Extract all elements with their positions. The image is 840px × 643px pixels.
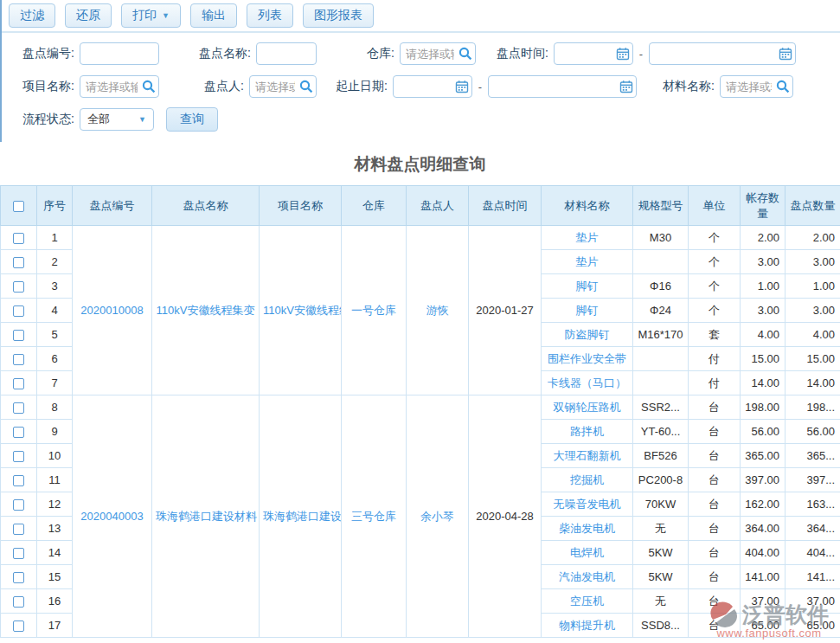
row-checkbox[interactable]: [13, 475, 24, 486]
calendar-icon[interactable]: [455, 80, 469, 93]
inventory-code-input[interactable]: [80, 42, 159, 65]
row-checkbox-cell: [1, 274, 37, 299]
column-header-stock-qty: 帐存数量: [741, 186, 785, 226]
search-icon[interactable]: [458, 47, 472, 61]
process-status-select[interactable]: 全部 ▼: [80, 108, 154, 131]
person-link[interactable]: 游恢: [407, 226, 469, 395]
material-link[interactable]: 空压机: [542, 589, 633, 614]
row-checkbox[interactable]: [13, 378, 24, 389]
material-link[interactable]: 柴油发电机: [542, 517, 633, 541]
project-picker: [80, 75, 159, 98]
stock-qty-value: 404.00: [741, 541, 785, 565]
filter-row-3: 流程状态: 全部 ▼ 查询: [2, 107, 840, 132]
unit-value: 台: [689, 517, 741, 541]
unit-value: 台: [689, 444, 741, 468]
stock-qty-value: 141.00: [741, 565, 785, 589]
material-link[interactable]: 物料提升机: [542, 614, 633, 638]
project-name-link[interactable]: 珠海鹤港口建设: [260, 395, 342, 638]
person-link[interactable]: 余小琴: [407, 395, 469, 638]
unit-value: 个: [689, 274, 741, 299]
inventory-time-to: [649, 42, 796, 65]
inventory-code-link[interactable]: 2020010008: [73, 226, 152, 395]
calendar-icon[interactable]: [619, 80, 633, 93]
select-all-checkbox[interactable]: [13, 201, 24, 212]
row-checkbox[interactable]: [13, 257, 24, 268]
unit-value: 台: [689, 589, 741, 614]
filter-row-1: 盘点编号: 盘点名称: 仓库: 盘点时间: -: [2, 42, 840, 66]
inventory-time-label: 盘点时间:: [476, 46, 554, 61]
warehouse-link[interactable]: 一号仓库: [342, 226, 407, 395]
count-qty-value: 364...: [785, 517, 840, 541]
top-region: 过滤 还原 打印▼ 输出 列表 图形报表 盘点编号: 盘点名称: 仓库: 盘点时…: [0, 0, 840, 142]
person-picker: [249, 75, 317, 98]
table-header-row: 序号 盘点编号 盘点名称 项目名称 仓库 盘点人 盘点时间 材料名称 规格型号 …: [1, 186, 840, 226]
inventory-name-link[interactable]: 110kV安徽线程集变: [152, 226, 260, 395]
list-button[interactable]: 列表: [247, 3, 293, 28]
spec-value: 无: [633, 517, 689, 541]
filter-button[interactable]: 过滤: [9, 3, 55, 28]
material-link[interactable]: 汽油发电机: [542, 565, 633, 589]
row-checkbox[interactable]: [13, 233, 24, 244]
material-link[interactable]: 防盗脚钉: [542, 323, 633, 347]
row-checkbox[interactable]: [13, 451, 24, 462]
material-link[interactable]: 垫片: [542, 226, 633, 250]
row-checkbox[interactable]: [13, 499, 24, 511]
output-button-label: 输出: [202, 8, 226, 23]
unit-value: 台: [689, 395, 741, 420]
spec-value: 70KW: [633, 492, 689, 517]
restore-button[interactable]: 还原: [65, 3, 112, 28]
graph-report-button[interactable]: 图形报表: [303, 3, 374, 28]
inventory-name-link[interactable]: 珠海鹤港口建设材料: [152, 395, 260, 638]
material-link[interactable]: 围栏作业安全带: [542, 347, 633, 371]
count-qty-value: 365...: [785, 444, 840, 468]
row-checkbox[interactable]: [13, 281, 24, 293]
material-link[interactable]: 脚钉: [542, 299, 633, 323]
row-checkbox[interactable]: [13, 402, 24, 414]
search-icon[interactable]: [142, 80, 156, 93]
row-checkbox[interactable]: [13, 572, 24, 583]
output-button[interactable]: 输出: [190, 3, 237, 28]
material-link[interactable]: 双钢轮压路机: [542, 395, 633, 420]
count-qty-value: 198...: [785, 395, 840, 420]
row-checkbox[interactable]: [13, 620, 24, 632]
material-link[interactable]: 无噪音发电机: [542, 492, 633, 517]
row-checkbox[interactable]: [13, 524, 24, 535]
row-checkbox[interactable]: [13, 548, 24, 559]
inventory-time-to-input[interactable]: [649, 42, 796, 65]
row-checkbox-cell: [1, 420, 37, 444]
row-checkbox[interactable]: [13, 330, 24, 341]
query-button[interactable]: 查询: [166, 107, 218, 132]
material-link[interactable]: 卡线器（马口）: [542, 371, 633, 395]
search-icon[interactable]: [776, 80, 790, 93]
row-checkbox[interactable]: [13, 305, 24, 317]
stock-qty-value: 397.00: [741, 468, 785, 492]
inventory-name-input[interactable]: [256, 42, 317, 65]
material-link[interactable]: 垫片: [542, 250, 633, 274]
results-table-body: 12020010008110kV安徽线程集变110kV安徽线程线一号仓库游恢20…: [1, 226, 840, 638]
row-checkbox[interactable]: [13, 427, 24, 438]
search-icon[interactable]: [299, 80, 313, 93]
row-number: 14: [37, 541, 73, 565]
row-checkbox[interactable]: [13, 596, 24, 608]
inventory-code-link[interactable]: 2020040003: [73, 395, 152, 638]
material-link[interactable]: 路拌机: [542, 420, 633, 444]
count-qty-value: 56.00: [785, 420, 840, 444]
project-name-link[interactable]: 110kV安徽线程线: [260, 226, 342, 395]
calendar-icon[interactable]: [779, 47, 792, 61]
material-link[interactable]: 大理石翻新机: [542, 444, 633, 468]
material-link[interactable]: 挖掘机: [542, 468, 633, 492]
count-qty-value: 141...: [785, 565, 840, 589]
date-range-to-input[interactable]: [488, 75, 637, 98]
row-number: 8: [37, 395, 73, 420]
row-checkbox[interactable]: [13, 354, 24, 365]
print-button[interactable]: 打印▼: [121, 3, 181, 28]
warehouse-link[interactable]: 三号仓库: [342, 395, 407, 638]
stock-qty-value: 3.00: [741, 299, 785, 323]
count-qty-value: 3.00: [785, 250, 840, 274]
material-link[interactable]: 脚钉: [542, 274, 633, 299]
calendar-icon[interactable]: [616, 47, 630, 61]
column-header-person: 盘点人: [407, 186, 469, 226]
warehouse-picker: [400, 42, 476, 65]
row-checkbox-cell: [1, 589, 37, 614]
material-link[interactable]: 电焊机: [542, 541, 633, 565]
